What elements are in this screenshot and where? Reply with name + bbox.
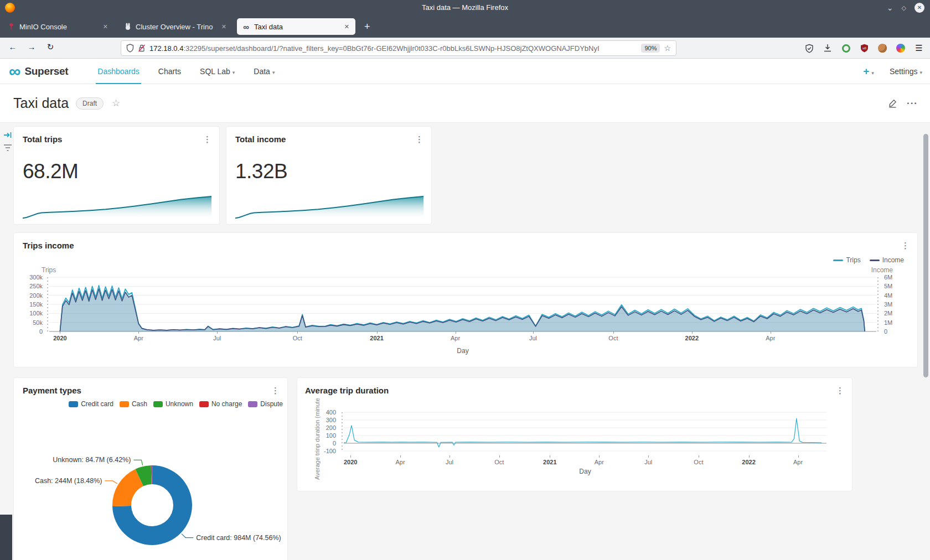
settings-menu[interactable]: Settings▾	[890, 67, 922, 76]
trips-income-plot[interactable]	[49, 277, 876, 331]
kebab-menu-icon[interactable]: ⋮	[901, 241, 910, 251]
dashboard-canvas: Total trips ⋮ 68.2M Total income ⋮ 1.32B…	[0, 123, 930, 560]
new-tab-button[interactable]: +	[360, 21, 375, 33]
superset-infinity-icon: ∞	[9, 64, 20, 79]
kebab-menu-icon[interactable]: ⋮	[836, 386, 844, 396]
legend-swatch	[833, 260, 843, 261]
more-actions-button[interactable]: ···	[907, 98, 918, 109]
nav-item-data[interactable]: Data▾	[244, 59, 284, 84]
permissions-shield-icon[interactable]	[126, 44, 134, 53]
colorful-pinwheel-icon[interactable]	[895, 43, 906, 54]
x-axis-title: Day	[344, 468, 826, 475]
legend-item[interactable]: Income	[870, 256, 904, 264]
card-trips-income: Trips income ⋮ TripsIncome Trips Income …	[13, 232, 918, 367]
legend-item[interactable]: Unknown	[153, 400, 193, 408]
card-total-trips: Total trips ⋮ 68.2M	[13, 126, 220, 225]
insecure-lock-icon[interactable]	[138, 44, 146, 53]
kebab-menu-icon[interactable]: ⋮	[415, 134, 423, 144]
protections-shield-check-icon[interactable]	[804, 43, 815, 54]
page-title: Taxi data	[13, 95, 69, 111]
chevron-down-icon: ▾	[272, 70, 275, 75]
chevron-down-icon: ▾	[871, 70, 874, 76]
tab-trino[interactable]: Cluster Overview - Trino ✕	[118, 18, 232, 35]
tab-close-icon[interactable]: ✕	[220, 23, 228, 30]
svg-text:u0: u0	[862, 46, 866, 50]
tab-label: Taxi data	[254, 23, 339, 31]
window-titlebar: Taxi data — Mozilla Firefox ⌄ ◇ ✕	[0, 0, 930, 15]
minio-flamingo-icon	[7, 23, 16, 31]
card-avg-trip-duration: Average trip duration ⋮ Average trinp du…	[297, 377, 852, 491]
tab-minio-console[interactable]: MinIO Console ✕	[2, 18, 114, 35]
svg-text:Unknown: 84.7M (6.42%): Unknown: 84.7M (6.42%)	[53, 456, 131, 464]
card-total-income: Total income ⋮ 1.32B	[226, 126, 432, 225]
window-close-button[interactable]: ✕	[914, 3, 924, 13]
kebab-menu-icon[interactable]: ⋮	[203, 134, 211, 144]
legend-item[interactable]: Cash	[120, 400, 147, 408]
window-title: Taxi data — Mozilla Firefox	[0, 0, 930, 15]
reload-button[interactable]: ↻	[44, 42, 56, 52]
new-item-plus-button[interactable]: +▾	[863, 65, 874, 77]
legend-swatch	[199, 401, 209, 407]
download-icon[interactable]	[822, 43, 833, 54]
y-axis-ticks-left: 300k250k200k150k100k50k0	[14, 277, 46, 331]
legend-swatch	[248, 401, 257, 407]
bookmark-star-icon[interactable]: ☆	[664, 44, 671, 53]
chevron-down-icon: ▾	[919, 70, 922, 75]
trendline-sparkline[interactable]	[23, 194, 211, 220]
back-button[interactable]: ←	[7, 42, 19, 51]
tab-label: Cluster Overview - Trino	[136, 23, 216, 31]
nav-item-charts[interactable]: Charts	[149, 59, 190, 84]
kebab-menu-icon[interactable]: ⋮	[271, 386, 280, 396]
superset-brand: Superset	[24, 65, 68, 77]
chart-legend: TripsIncome	[833, 256, 904, 264]
favorite-star-icon[interactable]: ☆	[112, 97, 120, 109]
legend-swatch	[153, 401, 163, 407]
filter-funnel-icon[interactable]	[3, 144, 12, 153]
trendline-sparkline[interactable]	[235, 194, 423, 220]
chart-title: Trips income	[23, 241, 74, 250]
legend-item[interactable]: No charge	[199, 400, 242, 408]
chart-title: Total trips	[23, 134, 62, 144]
x-axis-title: Day	[49, 347, 876, 355]
scrollbar-thumb[interactable]	[923, 134, 928, 377]
chevron-down-icon: ▾	[232, 70, 235, 75]
nav-item-dashboards[interactable]: Dashboards	[88, 59, 149, 84]
url-text[interactable]: 172.18.0.4:32295/superset/dashboard/1/?n…	[149, 44, 637, 53]
ublock-shield-icon[interactable]: u0	[859, 43, 870, 54]
legend-item[interactable]: Credit card	[69, 400, 113, 408]
tab-close-icon[interactable]: ✕	[343, 23, 350, 30]
payment-donut-chart[interactable]: Credit card: 984M (74.56%)Cash: 244M (18…	[14, 410, 287, 560]
chart-title: Payment types	[23, 386, 81, 395]
edit-dashboard-button[interactable]	[888, 98, 897, 108]
forward-button[interactable]: →	[25, 42, 38, 51]
legend-item[interactable]: Dispute	[248, 400, 283, 408]
big-number-value: 68.2M	[23, 160, 78, 183]
dashboard-header: Taxi data Draft ☆ ···	[0, 84, 930, 123]
legend-item[interactable]: Trips	[833, 256, 860, 264]
x-axis-ticks: 2020AprJulOct2021AprJulOct2022Apr	[344, 455, 826, 468]
window-minimize-button[interactable]: ⌄	[887, 5, 893, 11]
chart-title: Total income	[235, 134, 286, 144]
draft-status-badge: Draft	[76, 97, 104, 110]
browser-toolbar: ← → ↻ 172.18.0.4:32295/superset/dashboar…	[0, 38, 930, 59]
avg-duration-plot[interactable]	[344, 412, 826, 451]
y-axis-title-left: Trips	[42, 266, 56, 274]
tab-label: MinIO Console	[19, 23, 98, 31]
url-bar[interactable]: 172.18.0.4:32295/superset/dashboard/1/?n…	[121, 40, 676, 56]
y-axis-ticks: 4003002001000-100	[322, 412, 339, 451]
legend-swatch	[69, 401, 78, 407]
window-maximize-button[interactable]: ◇	[902, 4, 906, 12]
tab-taxi-data[interactable]: ∞ Taxi data ✕	[237, 18, 355, 35]
zoom-level-badge[interactable]: 90%	[641, 44, 660, 53]
extension-green-ring-icon[interactable]	[840, 43, 851, 54]
tab-strip: MinIO Console ✕ Cluster Overview - Trino…	[0, 15, 930, 38]
legend-swatch	[870, 260, 880, 261]
y-axis-ticks-right: 6M5M4M3M2M1M0	[881, 277, 914, 331]
superset-logo[interactable]: ∞ Superset	[9, 64, 68, 79]
tab-close-icon[interactable]: ✕	[102, 23, 109, 30]
menu-hamburger-icon[interactable]: ☰	[913, 43, 924, 54]
svg-text:Cash: 244M (18.48%): Cash: 244M (18.48%)	[35, 477, 102, 485]
nav-item-sql-lab[interactable]: SQL Lab▾	[190, 59, 244, 84]
cookie-icon[interactable]	[877, 43, 888, 54]
expand-filter-bar-icon[interactable]	[3, 131, 12, 139]
